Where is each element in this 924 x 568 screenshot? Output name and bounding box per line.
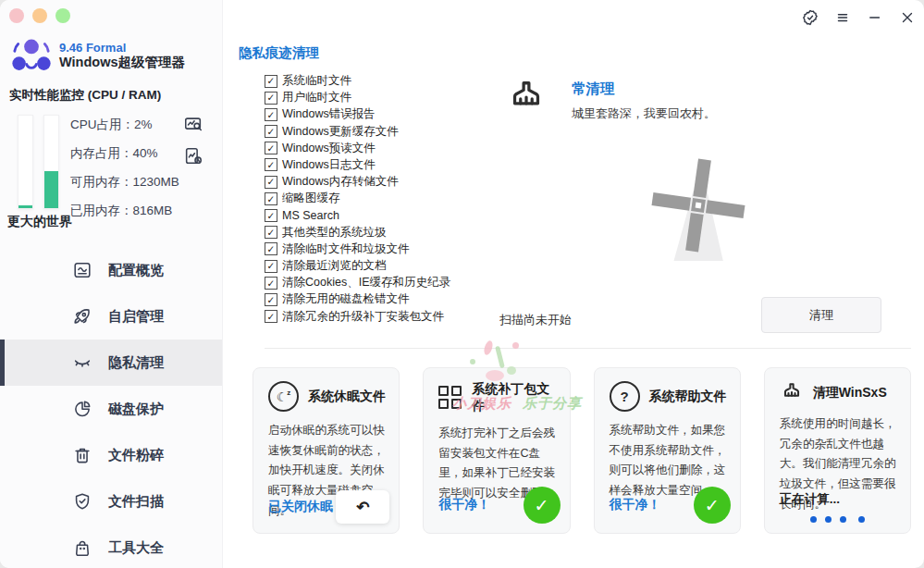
quick-clean-subtitle: 城里套路深，我要回农村。 bbox=[572, 105, 716, 122]
cleanup-option[interactable]: Windows日志文件 bbox=[265, 159, 450, 171]
menu-icon[interactable] bbox=[832, 7, 853, 28]
checkbox-checked-icon[interactable] bbox=[265, 242, 277, 255]
cleanup-option[interactable]: Windows内存转储文件 bbox=[265, 176, 450, 188]
sidebar-item-label: 自启管理 bbox=[108, 308, 164, 326]
sidebar-item-autostart[interactable]: 自启管理 bbox=[0, 293, 222, 340]
cpu-bar-fill bbox=[18, 205, 32, 208]
sidebar-item-label: 文件粉碎 bbox=[108, 447, 164, 464]
checkbox-checked-icon[interactable] bbox=[265, 92, 277, 105]
app-version: 9.46 Formal bbox=[59, 41, 185, 56]
close-dot-icon[interactable] bbox=[9, 8, 24, 23]
cleanup-option[interactable]: 系统临时文件 bbox=[265, 75, 450, 87]
checkbox-checked-icon[interactable] bbox=[265, 108, 277, 121]
cpu-usage-stat: CPU占用：2% bbox=[70, 117, 179, 133]
trash-icon bbox=[72, 445, 92, 465]
checkbox-checked-icon[interactable] bbox=[265, 176, 277, 189]
cleanup-option[interactable]: 清除最近浏览的文档 bbox=[265, 260, 450, 272]
minimize-icon[interactable] bbox=[865, 7, 885, 28]
traffic-lights bbox=[9, 8, 70, 23]
performance-monitor-title: 实时性能监控 (CPU / RAM) bbox=[9, 87, 161, 104]
cleanup-option[interactable]: MS Search bbox=[265, 210, 450, 222]
clean-status-link[interactable]: 很干净！ bbox=[438, 497, 490, 513]
checkbox-checked-icon[interactable] bbox=[265, 293, 277, 306]
broom-icon bbox=[505, 78, 548, 120]
cleanup-option-label: 系统临时文件 bbox=[282, 73, 351, 89]
cleanup-option[interactable]: Windows错误报告 bbox=[265, 108, 450, 120]
hibernation-status-link[interactable]: 已关闭休眠 bbox=[268, 499, 333, 515]
success-check-icon bbox=[694, 487, 731, 524]
task-monitor-icon[interactable] bbox=[183, 115, 203, 135]
cleanup-option[interactable]: 缩略图缓存 bbox=[265, 192, 450, 204]
scan-status: 扫描尚未开始 bbox=[499, 312, 572, 328]
sidebar-item-disk-protect[interactable]: 磁盘保护 bbox=[0, 386, 222, 432]
sidebar-item-label: 工具大全 bbox=[108, 539, 164, 557]
cleanup-option-label: 清除冗余的升级补丁安装包文件 bbox=[282, 309, 444, 325]
pie-chart-icon bbox=[72, 399, 92, 419]
minimize-dot-icon[interactable] bbox=[32, 8, 47, 23]
maximize-dot-icon[interactable] bbox=[55, 8, 70, 23]
checkbox-checked-icon[interactable] bbox=[265, 277, 277, 290]
undo-icon[interactable] bbox=[336, 490, 389, 524]
checkbox-checked-icon[interactable] bbox=[265, 260, 277, 273]
checkbox-checked-icon[interactable] bbox=[265, 158, 277, 171]
cleanup-option-label: Windows日志文件 bbox=[282, 157, 376, 173]
sidebar-item-tools[interactable]: 工具大全 bbox=[0, 525, 222, 568]
card-title: 清理WinSxS bbox=[813, 385, 887, 401]
rocket-icon bbox=[72, 306, 92, 327]
checkbox-checked-icon[interactable] bbox=[265, 75, 277, 88]
used-memory-stat: 已用内存：816MB bbox=[70, 203, 179, 219]
success-check-icon bbox=[524, 487, 561, 524]
page-title: 隐私痕迹清理 bbox=[239, 44, 319, 62]
sidebar-item-file-shred[interactable]: 文件粉碎 bbox=[0, 432, 222, 478]
cleanup-option[interactable]: 其他类型的系统垃圾 bbox=[265, 227, 450, 239]
cleanup-option-label: Windows内存转储文件 bbox=[282, 174, 399, 190]
cleanup-options-list: 系统临时文件 用户临时文件 Windows错误报告 Windows更新缓存文件 … bbox=[265, 75, 450, 323]
ram-usage-stat: 内存占用：40% bbox=[70, 145, 179, 162]
sidebar-item-file-scan[interactable]: 文件扫描 bbox=[0, 478, 222, 525]
checkbox-checked-icon[interactable] bbox=[265, 192, 277, 205]
sidebar-nav: 配置概览 自启管理 隐私清理 磁盘保护 文件粉碎 文件扫描 bbox=[0, 247, 222, 568]
sidebar-item-label: 隐私清理 bbox=[108, 354, 164, 372]
verified-badge-icon[interactable] bbox=[800, 7, 820, 28]
card-help-files: ? 系统帮助文件 系统帮助文件，如果您不使用系统帮助文件，则可以将他们删除，这样… bbox=[594, 367, 741, 534]
clean-status-link[interactable]: 很干净！ bbox=[610, 497, 661, 513]
cleanup-option[interactable]: 清除临时文件和垃圾文件 bbox=[265, 243, 450, 255]
close-icon[interactable] bbox=[897, 7, 918, 28]
shield-check-icon bbox=[72, 491, 92, 512]
checkbox-checked-icon[interactable] bbox=[265, 142, 277, 154]
cleanup-option-label: 清除Cookies、IE缓存和历史纪录 bbox=[282, 275, 450, 290]
card-winsxs: 清理WinSxS 系统使用的时间越长，冗余的杂乱文件也越大。我们能清理冗余的垃圾… bbox=[764, 367, 911, 534]
cleanup-cards: ☾z 系统休眠文件 启动休眠的系统可以快速恢复休眠前的状态，加快开机速度。关闭休… bbox=[253, 367, 911, 534]
checkbox-checked-icon[interactable] bbox=[265, 310, 277, 323]
windmill-hub bbox=[691, 198, 706, 213]
clean-button[interactable]: 清理 bbox=[761, 297, 881, 333]
sidebar-item-privacy-clean[interactable]: 隐私清理 bbox=[0, 340, 222, 386]
card-title: 系统帮助文件 bbox=[649, 389, 727, 405]
checkbox-checked-icon[interactable] bbox=[265, 226, 277, 239]
chart-overview-icon bbox=[72, 260, 92, 280]
cleanup-option[interactable]: 清除冗余的升级补丁安装包文件 bbox=[265, 311, 450, 323]
cleanup-option-label: 缩略图缓存 bbox=[282, 191, 340, 206]
cleanup-option[interactable]: Windows更新缓存文件 bbox=[265, 126, 450, 138]
checkbox-checked-icon[interactable] bbox=[265, 209, 277, 222]
cleanup-option-label: Windows预读文件 bbox=[282, 141, 376, 156]
sidebar-item-label: 配置概览 bbox=[108, 262, 164, 279]
checkbox-checked-icon[interactable] bbox=[265, 125, 277, 138]
cleanup-option[interactable]: Windows预读文件 bbox=[265, 142, 450, 154]
calculating-label: 正在计算... bbox=[780, 491, 840, 508]
closed-eye-icon bbox=[72, 352, 92, 373]
monitor-shortcuts bbox=[183, 115, 203, 167]
cleanup-option[interactable]: 清除Cookies、IE缓存和历史纪录 bbox=[265, 277, 450, 289]
cleanup-option[interactable]: 用户临时文件 bbox=[265, 92, 450, 104]
ram-bar-fill bbox=[44, 171, 58, 208]
sidebar-item-label: 文件扫描 bbox=[108, 493, 164, 511]
app-name: Windows超级管理器 bbox=[59, 55, 185, 70]
sidebar-item-config-overview[interactable]: 配置概览 bbox=[0, 247, 222, 293]
cleanup-option-label: 用户临时文件 bbox=[282, 90, 351, 105]
bag-icon bbox=[72, 537, 92, 558]
window-controls bbox=[800, 7, 918, 28]
quick-clean-title: 常清理 bbox=[572, 80, 716, 99]
section-divider bbox=[265, 348, 911, 349]
cleanup-option[interactable]: 清除无用的磁盘检错文件 bbox=[265, 293, 450, 305]
memory-detail-icon[interactable] bbox=[183, 146, 203, 167]
